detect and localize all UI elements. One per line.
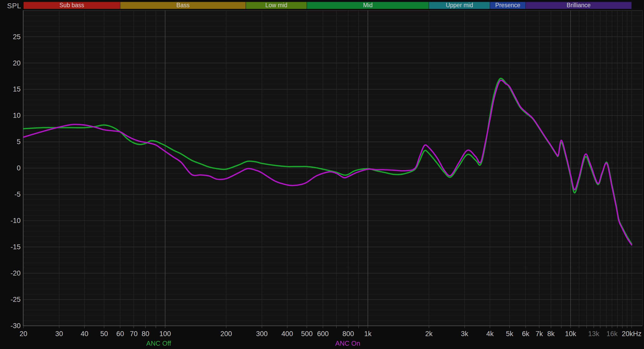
- y-tick-label: -20: [11, 269, 21, 277]
- spectrum-band-label: Brilliance: [567, 2, 591, 9]
- x-tick-label: 2k: [425, 330, 433, 338]
- x-tick-label: 800: [342, 330, 354, 338]
- spectrum-band-label: Mid: [363, 2, 373, 9]
- x-tick-label: 20: [20, 330, 27, 338]
- x-tick-label: 6k: [522, 330, 529, 338]
- x-tick-label: 16k: [606, 330, 618, 338]
- x-tick-label: 4k: [486, 330, 494, 338]
- spectrum-band-label: Upper mid: [446, 2, 473, 9]
- x-tick-label: 70: [130, 330, 138, 338]
- x-tick-label: 8k: [547, 330, 555, 338]
- y-tick-label: 10: [13, 112, 21, 119]
- frequency-response-chart: Sub bassBassLow midMidUpper midPresenceB…: [0, 0, 644, 349]
- x-tick-label: 20kHz: [622, 330, 642, 338]
- y-tick-label: -5: [14, 190, 21, 198]
- spectrum-band-label: Bass: [176, 2, 190, 9]
- x-tick-label: 10k: [565, 330, 576, 338]
- x-tick-label: 300: [256, 330, 268, 338]
- spectrum-band-label: Presence: [495, 2, 520, 9]
- spl-axis-title: SPL: [0, 2, 21, 10]
- legend-anc-off: ANC Off: [146, 339, 171, 347]
- x-tick-label: 400: [281, 330, 293, 338]
- y-tick-label: 20: [13, 59, 21, 67]
- x-tick-label: 80: [142, 330, 149, 338]
- x-tick-label: 1k: [364, 330, 372, 338]
- spectrum-band-label: Low mid: [265, 2, 287, 9]
- x-tick-label: 500: [301, 330, 313, 338]
- x-tick-label: 7k: [536, 330, 543, 338]
- y-tick-label: -30: [11, 322, 21, 330]
- y-tick-label: -25: [11, 296, 21, 303]
- x-tick-label: 3k: [461, 330, 468, 338]
- x-tick-label: 40: [81, 330, 88, 338]
- x-tick-label: 5k: [506, 330, 513, 338]
- legend-anc-on: ANC On: [335, 339, 360, 347]
- x-tick-label: 100: [159, 330, 171, 338]
- x-tick-label: 50: [100, 330, 108, 338]
- y-tick-label: -10: [11, 217, 21, 225]
- chart-canvas: Sub bassBassLow midMidUpper midPresenceB…: [0, 0, 644, 349]
- spectrum-band-label: Sub bass: [60, 2, 84, 9]
- y-tick-label: 5: [17, 138, 21, 146]
- x-tick-label: 13k: [588, 330, 599, 338]
- x-tick-label: 30: [55, 330, 63, 338]
- y-tick-label: 0: [17, 164, 21, 172]
- y-tick-label: -15: [11, 243, 21, 251]
- x-tick-label: 200: [220, 330, 232, 338]
- x-tick-label: 600: [317, 330, 329, 338]
- y-tick-label: 25: [13, 33, 21, 41]
- x-tick-label: 60: [116, 330, 124, 338]
- y-tick-label: 15: [13, 85, 21, 93]
